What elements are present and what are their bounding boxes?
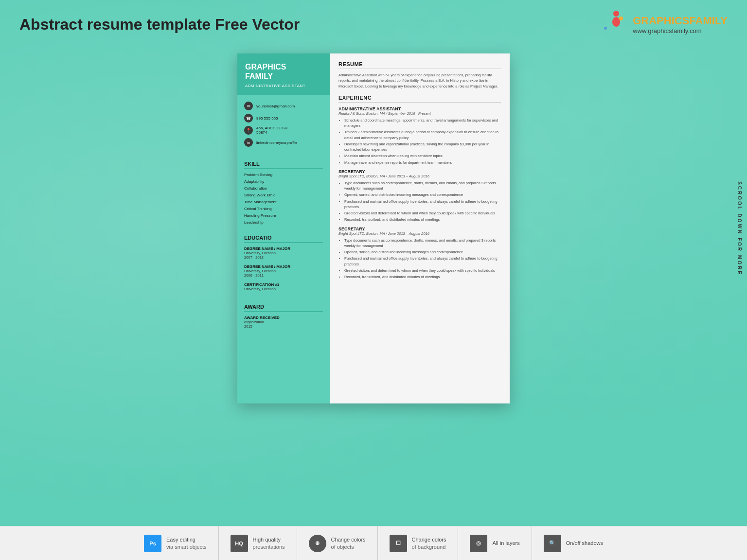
job-entry: SECRETARY Bright Spot LTD, Boston, MA / …: [338, 227, 501, 280]
skill-item: Collaboration: [244, 186, 323, 191]
resume-main: RESUME Administrative Assistant with 6+ …: [330, 53, 510, 403]
contact-address: 📍 456, ABCD,EFGH56874: [244, 126, 323, 135]
linkedin-text: linkedin.com/yourpro?le: [256, 140, 298, 145]
bullet-item: Purchased and maintained office supply i…: [344, 256, 501, 267]
page-title: Abstract resume template Free Vector: [19, 16, 300, 34]
sidebar-header: GRAPHICSFAMILY ADMINISTRATIVE ASSISTANT: [237, 53, 330, 95]
resume-title: RESUME: [338, 61, 501, 69]
bullet-item: Recorded, transcribed, and distributed m…: [344, 217, 501, 222]
summary-text: Administrative Assistant with 6+ years o…: [338, 72, 501, 89]
brand-suffix: FAMILY: [689, 15, 728, 27]
svg-point-2: [613, 11, 619, 17]
education-list: DEGREE NAME / MAJOR University, Location…: [244, 246, 323, 291]
footer-feature: Ps Easy editingvia smart objects: [132, 526, 219, 560]
job-title: ADMINISTRATIVE ASSISTANT: [338, 106, 501, 111]
linkedin-icon: in: [244, 138, 253, 147]
footer-badge: Ps: [144, 535, 161, 552]
education-section: EDUCATIO DEGREE NAME / MAJOR University,…: [237, 231, 330, 300]
skill-item: Handling Pressure: [244, 213, 323, 218]
contact-email: ✉ youremail@gmail.com: [244, 102, 323, 110]
bullet-item: Greeted visitors and determined to whom …: [344, 268, 501, 273]
address-text: 456, ABCD,EFGH56874: [256, 126, 287, 135]
bullet-item: Opened, sorted, and distributed incoming…: [344, 249, 501, 255]
job-entry: ADMINISTRATIVE ASSISTANT Redford & Sons,…: [338, 106, 501, 165]
email-icon: ✉: [244, 102, 253, 110]
email-text: youremail@gmail.com: [256, 104, 295, 108]
skill-item: Critical Thinking: [244, 207, 323, 211]
award-org: organization: [244, 320, 323, 324]
skills-section: SKILL Problem SolvingAdaptabilityCollabo…: [237, 157, 330, 231]
footer-feature: ☐ Change colorsof background: [378, 526, 459, 560]
bullet-item: Type documents such as correspondence, d…: [344, 238, 501, 249]
resume-card: GRAPHICSFAMILY ADMINISTRATIVE ASSISTANT …: [237, 53, 510, 403]
footer-feature-text: Change colorsof background: [412, 536, 446, 550]
header: Abstract resume template Free Vector GRA…: [0, 0, 747, 44]
award-section: AWARD AWARD RECEIVED organization 2015: [237, 300, 330, 337]
job-entry: SECRETARY Bright Spot LTD, Boston, MA / …: [338, 169, 501, 223]
bullet-item: Manage travel and expense reports for de…: [344, 160, 501, 165]
education-item: DEGREE NAME / MAJOR University, Location…: [244, 264, 323, 278]
svg-point-5: [604, 27, 607, 30]
svg-point-1: [603, 18, 612, 29]
edu-degree: CERTIFICATION #1: [244, 282, 323, 287]
phone-icon: ☎: [244, 114, 253, 122]
skill-item: Leadership: [244, 220, 323, 225]
job-detail: Bright Spot LTD, Boston, MA / June 2013 …: [338, 231, 501, 236]
edu-years: 2006 - 2011: [244, 273, 323, 278]
edu-degree: DEGREE NAME / MAJOR: [244, 264, 323, 269]
bullet-list: Schedule and coordinate meetings, appoin…: [344, 118, 501, 165]
bullet-item: Purchased and maintained office supply i…: [344, 199, 501, 210]
edu-institution: University, Location: [244, 269, 323, 273]
education-item: DEGREE NAME / MAJOR University, Location…: [244, 246, 323, 260]
logo-area: GRAPHICSFAMILY www.graphicsfamily.com: [599, 10, 728, 39]
experience-title: EXPERIENC: [338, 95, 501, 103]
resume-sidebar: GRAPHICSFAMILY ADMINISTRATIVE ASSISTANT …: [237, 53, 330, 403]
brand-prefix: GRAPHICS: [633, 15, 689, 27]
bullet-list: Type documents such as correspondence, d…: [344, 238, 501, 280]
bullet-list: Type documents such as correspondence, d…: [344, 180, 501, 223]
bullet-item: Maintain utmost discretion when dealing …: [344, 153, 501, 158]
award-name: AWARD RECEIVED: [244, 315, 323, 320]
footer-feature: HQ High qualitypresentations: [219, 526, 297, 560]
skills-title: SKILL: [244, 161, 323, 169]
award-item: AWARD RECEIVED organization 2015: [244, 315, 323, 329]
job-detail: Bright Spot LTD, Boston, MA / June 2013 …: [338, 174, 501, 178]
footer-badge: ☐: [390, 535, 407, 552]
edu-institution: University, Location: [244, 287, 323, 291]
scroll-indicator: SCROOL DOWN FOR MORE: [737, 181, 742, 276]
job-title: SECRETARY: [338, 169, 501, 174]
footer-items: Ps Easy editingvia smart objects HQ High…: [132, 526, 615, 560]
bullet-item: Schedule and coordinate meetings, appoin…: [344, 118, 501, 129]
award-title: AWARD: [244, 304, 323, 312]
footer-badge: ◎: [470, 535, 487, 552]
bullet-item: Recorded, transcribed, and distributed m…: [344, 274, 501, 280]
edu-years: 2007 - 2013: [244, 255, 323, 260]
svg-point-0: [604, 11, 611, 18]
job-title: SECRETARY: [338, 227, 501, 231]
footer-badge: ⊕: [309, 535, 326, 552]
bullet-item: Trained 2 administrative assistants duri…: [344, 129, 501, 140]
contact-linkedin: in linkedin.com/yourpro?le: [244, 138, 323, 147]
skill-item: Adaptability: [244, 179, 323, 184]
brand-url: www.graphicsfamily.com: [633, 27, 728, 35]
footer-feature-text: All in layers: [492, 540, 519, 546]
footer-feature: ◎ All in layers: [458, 526, 532, 560]
footer-badge: 🔍: [544, 535, 561, 552]
education-title: EDUCATIO: [244, 235, 323, 243]
footer-feature-text: High qualitypresentations: [253, 536, 285, 550]
resume-wrapper: GRAPHICSFAMILY ADMINISTRATIVE ASSISTANT …: [0, 44, 747, 413]
location-icon: 📍: [244, 126, 253, 135]
bullet-item: Greeted visitors and determined to whom …: [344, 210, 501, 216]
footer-feature: ⊕ Change colorsof objects: [297, 526, 378, 560]
job-detail: Redford & Sons, Boston, MA / September 2…: [338, 111, 501, 116]
award-year: 2015: [244, 324, 323, 329]
logo-text: GRAPHICSFAMILY www.graphicsfamily.com: [633, 15, 728, 35]
svg-point-3: [612, 17, 620, 27]
footer-feature-text: On/off shadows: [566, 540, 603, 546]
logo-icon: [599, 10, 628, 39]
phone-text: 895 555 555: [256, 116, 278, 121]
edu-degree: DEGREE NAME / MAJOR: [244, 246, 323, 251]
skill-item: Strong Work Ethic: [244, 193, 323, 197]
edu-institution: University, Location: [244, 251, 323, 255]
footer-bar: Ps Easy editingvia smart objects HQ High…: [0, 526, 747, 560]
